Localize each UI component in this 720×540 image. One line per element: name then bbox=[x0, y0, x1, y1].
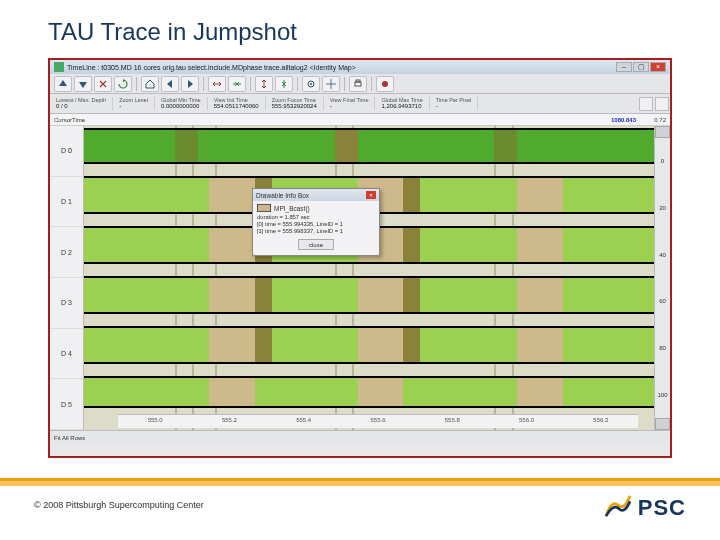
ylabel[interactable]: D 2 bbox=[50, 227, 83, 278]
window-title: TimeLine : t0305.MD 16 cores orig.tau se… bbox=[67, 64, 616, 71]
svg-point-4 bbox=[382, 81, 388, 87]
app-icon bbox=[54, 62, 64, 72]
y-axis-labels: D 0 D 1 D 2 D 3 D 4 D 5 bbox=[50, 126, 84, 430]
close-button[interactable]: × bbox=[650, 62, 666, 72]
cursor-label: CursorTime bbox=[54, 117, 85, 123]
popup-line: duration = 1.857 sec bbox=[257, 214, 375, 221]
psc-mark-icon bbox=[604, 494, 632, 522]
jumpshot-window: TimeLine : t0305.MD 16 cores orig.tau se… bbox=[48, 58, 672, 458]
zoom-in-h-icon[interactable] bbox=[228, 76, 246, 92]
back-icon[interactable] bbox=[161, 76, 179, 92]
cursor-value: 1080.843 bbox=[611, 117, 636, 123]
info-button-2[interactable] bbox=[655, 97, 669, 111]
scroll-up-icon[interactable] bbox=[655, 126, 670, 138]
refresh-icon[interactable] bbox=[114, 76, 132, 92]
ylabel[interactable]: D 0 bbox=[50, 126, 83, 177]
copyright: © 2008 Pittsburgh Supercomputing Center bbox=[34, 500, 204, 510]
cut-icon[interactable] bbox=[94, 76, 112, 92]
maximize-button[interactable]: ▢ bbox=[633, 62, 649, 72]
down-icon[interactable] bbox=[74, 76, 92, 92]
timeline-main: D 0 D 1 D 2 D 3 D 4 D 5 bbox=[50, 126, 670, 430]
popup-line: [1] time = 555.998337, LineID = 1 bbox=[257, 228, 375, 235]
svg-rect-3 bbox=[356, 80, 360, 82]
zoom-out-h-icon[interactable] bbox=[208, 76, 226, 92]
print-icon[interactable] bbox=[349, 76, 367, 92]
ylabel[interactable]: D 1 bbox=[50, 177, 83, 228]
slide-title: TAU Trace in Jumpshot bbox=[48, 18, 297, 46]
svg-rect-2 bbox=[355, 82, 361, 86]
ylabel[interactable]: D 5 bbox=[50, 379, 83, 430]
scroll-down-icon[interactable] bbox=[655, 418, 670, 430]
svg-point-1 bbox=[310, 83, 312, 85]
status-bar: Fit All Rows bbox=[50, 430, 670, 444]
marker-icon[interactable] bbox=[376, 76, 394, 92]
toolbar bbox=[50, 74, 670, 94]
up-icon[interactable] bbox=[54, 76, 72, 92]
zoom-out-v-icon[interactable] bbox=[255, 76, 273, 92]
zoom-in-v-icon[interactable] bbox=[275, 76, 293, 92]
drawable-info-popup[interactable]: Drawable Info Box × MPI_Bcast() duration… bbox=[252, 188, 380, 256]
popup-title: Drawable Info Box bbox=[256, 192, 366, 199]
timeline-canvas[interactable]: 555.0 555.2 555.4 555.6 555.8 556.0 556.… bbox=[84, 126, 654, 430]
x-axis: 555.0 555.2 555.4 555.6 555.8 556.0 556.… bbox=[118, 414, 638, 428]
forward-icon[interactable] bbox=[181, 76, 199, 92]
popup-close-button[interactable]: close bbox=[298, 239, 334, 250]
info-bar: Lowest / Max. Depth0 / 0 Zoom Level- Glo… bbox=[50, 94, 670, 114]
crosshair-icon[interactable] bbox=[322, 76, 340, 92]
category-swatch bbox=[257, 204, 271, 212]
target-icon[interactable] bbox=[302, 76, 320, 92]
category-name: MPI_Bcast() bbox=[274, 205, 310, 212]
cursor-bar: CursorTime 1080.843 0.72 bbox=[50, 114, 670, 126]
popup-titlebar[interactable]: Drawable Info Box × bbox=[253, 189, 379, 201]
titlebar[interactable]: TimeLine : t0305.MD 16 cores orig.tau se… bbox=[50, 60, 670, 74]
right-ruler[interactable]: 0 20 40 60 80 100 bbox=[654, 126, 670, 430]
info-button-1[interactable] bbox=[639, 97, 653, 111]
slide-divider bbox=[0, 478, 720, 486]
minimize-button[interactable]: – bbox=[616, 62, 632, 72]
psc-logo: PSC bbox=[604, 494, 686, 522]
popup-close-icon[interactable]: × bbox=[366, 191, 376, 199]
ylabel[interactable]: D 3 bbox=[50, 278, 83, 329]
home-icon[interactable] bbox=[141, 76, 159, 92]
status-fit: Fit All Rows bbox=[54, 435, 85, 441]
popup-line: [0] time = 555.994335, LineID = 1 bbox=[257, 221, 375, 228]
ylabel[interactable]: D 4 bbox=[50, 329, 83, 380]
psc-text: PSC bbox=[638, 495, 686, 521]
